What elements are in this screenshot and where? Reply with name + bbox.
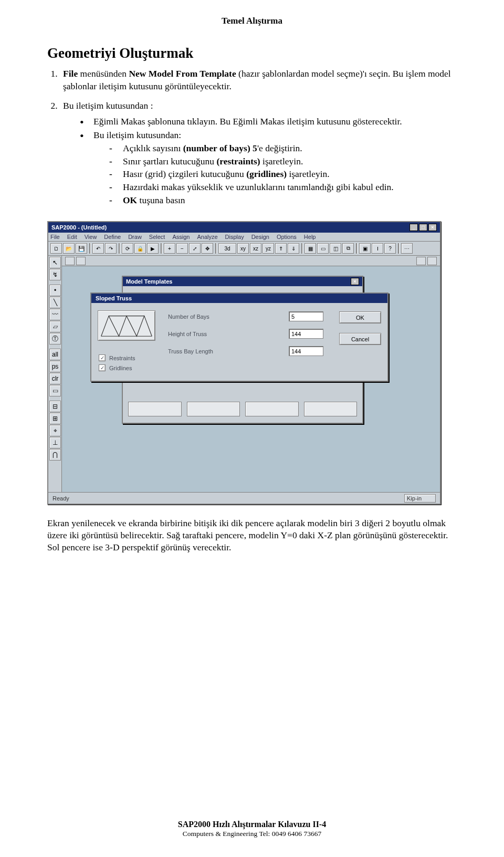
minimize-button[interactable]: _ [410, 224, 418, 231]
menu-view[interactable]: View [85, 234, 97, 240]
cancel-button[interactable]: Cancel [339, 333, 381, 345]
menu-draw[interactable]: Draw [128, 234, 142, 240]
palette-curve-icon[interactable]: 〰 [49, 309, 61, 320]
tb-xy-icon[interactable]: xy [237, 243, 249, 254]
palette-all-icon[interactable]: all [49, 349, 61, 360]
template-cell[interactable] [187, 402, 240, 416]
tb-zoom-out-icon[interactable]: − [176, 243, 188, 254]
bays-input[interactable] [289, 311, 323, 321]
tb-lock-icon[interactable]: 🔒 [134, 243, 146, 254]
model-templates-title: Model Templates [126, 278, 172, 285]
step-1: File menüsünden New Model From Template … [60, 68, 457, 92]
tb-beam-icon[interactable]: Ⅰ [372, 243, 383, 254]
st-left: ✓ Restraints ✓ Gridlines [98, 310, 161, 373]
palette-quad-icon[interactable]: ▱ [49, 321, 61, 332]
step2-b2-lead: Bu iletişim kutusundan: [93, 130, 181, 140]
palette-node-icon[interactable]: • [49, 285, 61, 296]
field-bays: Number of Bays [168, 311, 323, 321]
tb-info-icon[interactable]: ? [384, 243, 396, 254]
gridlines-label: Gridlines [109, 365, 132, 371]
menu-select[interactable]: Select [149, 234, 165, 240]
palette-perp-icon[interactable]: ⊥ [49, 437, 61, 448]
tb-shrink-icon[interactable]: ⧉ [342, 243, 354, 254]
field-length: Truss Bay Length [168, 346, 323, 356]
palette-text-icon[interactable]: Ⓣ [49, 333, 61, 344]
tb-frame-icon[interactable]: ▭ [317, 243, 329, 254]
length-input[interactable] [289, 346, 323, 356]
menu-options[interactable]: Options [277, 234, 297, 240]
palette-prev-icon[interactable]: ps [49, 361, 61, 372]
palette-line-icon[interactable]: ╲ [49, 297, 61, 308]
modal-close-button[interactable]: × [351, 278, 359, 285]
palette-reshape-icon[interactable]: ↯ [49, 269, 61, 280]
menu-edit[interactable]: Edit [67, 234, 77, 240]
template-cell[interactable] [128, 402, 182, 416]
tb-dots-icon[interactable]: ⋯ [401, 243, 413, 254]
sub-close-icon[interactable] [427, 257, 437, 265]
menu-file-bold: File [63, 68, 78, 79]
menu-new-model-bold: New Model From Template [129, 68, 236, 79]
checkbox-icon: ✓ [99, 364, 106, 371]
toolbar: 🗋 📂 💾 ↶ ↷ ⟳ 🔒 ▶ + − ⤢ ✥ 3d xy xz yz ⇑ ⇓ … [48, 242, 440, 256]
palette-sub-icon[interactable]: ⊟ [49, 401, 61, 412]
gridlines-checkbox[interactable]: ✓ Gridlines [99, 364, 161, 371]
tb-zoom-fit-icon[interactable]: ⤢ [189, 243, 201, 254]
ok-button[interactable]: OK [339, 311, 381, 323]
footer-line-2: Computers & Engineering Tel: 0049 6406 7… [0, 830, 504, 838]
template-cell[interactable] [245, 402, 299, 416]
main-area: ↖ ↯ • ╲ 〰 ▱ Ⓣ all ps clr ▭ ⊟ ⊞ ⌖ ⊥ ⋂ [48, 256, 440, 492]
close-button[interactable]: × [428, 224, 437, 231]
tb-undo-icon[interactable]: ↶ [92, 243, 104, 254]
tb-next-icon[interactable]: ⇓ [288, 243, 299, 254]
tb-yz-icon[interactable]: yz [262, 243, 274, 254]
palette-mid-icon[interactable]: ⋂ [49, 449, 61, 461]
left-palette: ↖ ↯ • ╲ 〰 ▱ Ⓣ all ps clr ▭ ⊟ ⊞ ⌖ ⊥ ⋂ [48, 256, 62, 492]
tb-joint-icon[interactable]: ▣ [359, 243, 371, 254]
step2-leadin: Bu iletişim kutusundan : [63, 100, 153, 111]
maximize-button[interactable]: □ [419, 224, 427, 231]
tb-refresh-icon[interactable]: ⟳ [122, 243, 133, 254]
sub-min-icon[interactable] [416, 257, 426, 265]
st-buttons: OK Cancel [331, 310, 381, 373]
menu-define[interactable]: Define [104, 234, 121, 240]
menu-display[interactable]: Display [225, 234, 244, 240]
tb-run-icon[interactable]: ▶ [147, 243, 159, 254]
menu-help[interactable]: Help [304, 234, 316, 240]
dash-4: Hazırdaki makas yükseklik ve uzunlukları… [109, 181, 457, 194]
menu-assign[interactable]: Assign [172, 234, 190, 240]
status-units[interactable]: Kip-in [404, 494, 436, 503]
tb-save-icon[interactable]: 💾 [76, 243, 87, 254]
palette-snap-icon[interactable]: ⌖ [49, 425, 61, 436]
window-controls: _ □ × [410, 224, 437, 231]
menu-design[interactable]: Design [251, 234, 269, 240]
palette-pointer-icon[interactable]: ↖ [49, 257, 61, 268]
menu-file[interactable]: File [50, 234, 60, 240]
tb-open-icon[interactable]: 📂 [63, 243, 75, 254]
sub-pointer-icon[interactable] [65, 257, 75, 265]
tb-xz-icon[interactable]: xz [250, 243, 261, 254]
tb-pan-icon[interactable]: ✥ [202, 243, 213, 254]
tb-new-icon[interactable]: 🗋 [50, 243, 62, 254]
template-cell[interactable] [304, 402, 358, 416]
menu-analyze[interactable]: Analyze [197, 234, 217, 240]
tb-shell-icon[interactable]: ◫ [330, 243, 341, 254]
tb-grid-icon[interactable]: ▦ [304, 243, 316, 254]
field-height: Height of Truss [168, 329, 323, 339]
tb-prev-icon[interactable]: ⇑ [275, 243, 287, 254]
sloped-truss-dialog: Sloped Truss [90, 292, 388, 382]
dash-5: OK tuşuna basın [109, 194, 457, 207]
tb-3d-icon[interactable]: 3d [218, 243, 236, 254]
tb-redo-icon[interactable]: ↷ [105, 243, 117, 254]
sap2000-window: SAP2000 - (Untitled) _ □ × File Edit Vie… [47, 221, 441, 505]
model-templates-body: Sloped Truss [123, 286, 362, 423]
sub-btn[interactable] [76, 257, 86, 265]
tb-divider [119, 243, 120, 254]
sloped-truss-title: Sloped Truss [91, 294, 387, 303]
palette-rec-icon[interactable]: ▭ [49, 385, 61, 396]
palette-clr-icon[interactable]: clr [49, 373, 61, 384]
palette-add-icon[interactable]: ⊞ [49, 413, 61, 424]
height-input[interactable] [289, 329, 323, 339]
tb-divider [161, 243, 162, 254]
restraints-checkbox[interactable]: ✓ Restraints [99, 354, 161, 361]
tb-zoom-in-icon[interactable]: + [164, 243, 175, 254]
